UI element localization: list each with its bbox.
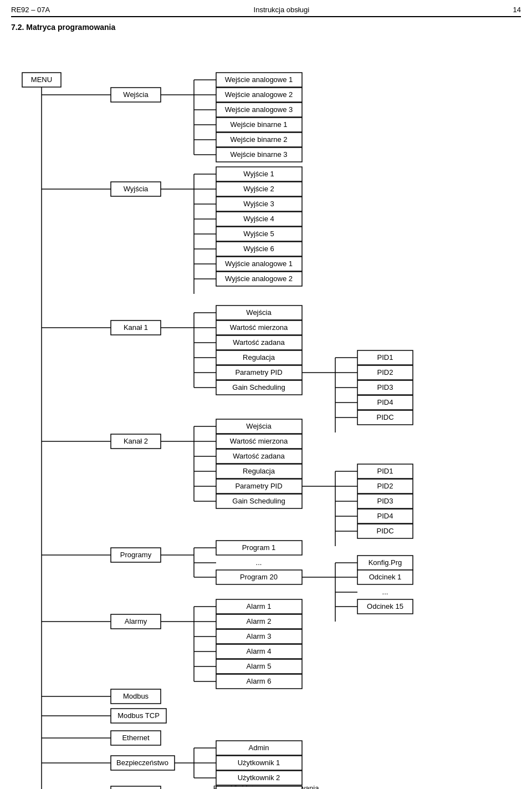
pid2-k1-node: PID2 (377, 368, 393, 376)
kanal2-node: Kanał 2 (124, 437, 148, 445)
diagram-container: .lbl { font-family: Arial, sans-serif; f… (11, 39, 521, 778)
alarm3-node: Alarm 3 (247, 632, 272, 640)
pid1-k2-node: PID1 (377, 467, 393, 475)
odcinek1-node: Odcinek 1 (369, 573, 402, 581)
k2-wartosc-zadana-node: Wartość zadana (233, 452, 285, 460)
wejscie-binarne1-node: Wejście binarne 1 (230, 120, 287, 129)
bezpieczenstwo-node: Bezpieczeństwo (116, 759, 168, 767)
k2-gain-scheduling-node: Gain Scheduling (232, 497, 285, 505)
k2-wartosc-mierzona-node: Wartość mierzona (230, 437, 288, 445)
page-number: 14 (513, 6, 521, 14)
wejscie-binarne2-node: Wejście binarne 2 (230, 135, 287, 144)
k1-parametry-pid-node: Parametry PID (235, 368, 282, 376)
wyjscia-main-node: Wyjścia (124, 185, 149, 193)
uzytkownik2-node: Użytkownik 2 (238, 773, 280, 782)
menu-node: MENU (31, 75, 52, 84)
kanal1-node: Kanał 1 (124, 323, 148, 332)
pid3-k1-node: PID3 (377, 383, 393, 391)
konfig-prg-node: Konfig.Prg (369, 558, 402, 567)
alarm1-node: Alarm 1 (247, 602, 272, 610)
alarm2-node: Alarm 2 (247, 617, 272, 625)
dots-odcinek-node: ... (382, 588, 388, 596)
k1-regulacja-node: Regulacja (243, 353, 275, 362)
pid4-k1-node: PID4 (377, 398, 393, 406)
pid4-k2-node: PID4 (377, 512, 393, 520)
wejscia-main-node: Wejścia (123, 90, 149, 99)
ethernet-node: Ethernet (122, 734, 150, 742)
program1-node: Program 1 (242, 543, 276, 552)
alarmy-node: Alarmy (125, 617, 147, 625)
alarm6-node: Alarm 6 (247, 677, 272, 685)
wejscie-binarne3-node: Wejście binarne 3 (230, 150, 287, 159)
alarm4-node: Alarm 4 (247, 647, 272, 655)
programy-node: Programy (120, 551, 152, 559)
wyjscie-analogowe2-node: Wyjście analogowe 2 (225, 274, 293, 283)
wyjscie5-node: Wyjście 5 (243, 230, 274, 238)
pid2-k2-node: PID2 (377, 482, 393, 490)
pidc-k1-node: PIDC (376, 413, 393, 421)
k1-gain-scheduling-node: Gain Scheduling (232, 383, 285, 391)
pidc-k2-node: PIDC (376, 527, 393, 535)
section-title: 7.2. Matryca programowania (11, 23, 521, 32)
k2-wejscia-node: Wejścia (246, 422, 272, 430)
alarm5-node: Alarm 5 (247, 662, 272, 670)
page-header: RE92 – 07A Instrukcja obsługi 14 (11, 6, 521, 17)
header-left: RE92 – 07A (11, 6, 50, 14)
k1-wartosc-mierzona-node: Wartość mierzona (230, 323, 288, 332)
wyjscie2-node: Wyjście 2 (243, 185, 274, 193)
wejscie-analogowe1-node: Wejście analogowe 1 (225, 75, 293, 84)
wyjscie1-node: Wyjście 1 (243, 170, 274, 178)
k1-wartosc-zadana-node: Wartość zadana (233, 338, 285, 347)
admin-node: Admin (249, 744, 269, 752)
pid1-k1-node: PID1 (377, 353, 393, 362)
k2-parametry-pid-node: Parametry PID (235, 482, 282, 490)
wyjscie6-node: Wyjście 6 (243, 245, 274, 253)
modbus-tcp-node: Modbus TCP (117, 711, 160, 720)
modbus-node: Modbus (123, 692, 149, 700)
k1-wejscia-node: Wejścia (246, 308, 272, 317)
program20-node: Program 20 (240, 573, 278, 581)
wejscie-analogowe3-node: Wejście analogowe 3 (225, 105, 293, 114)
wyjscie-analogowe1-node: Wyjście analogowe 1 (225, 259, 293, 268)
k2-regulacja-node: Regulacja (243, 467, 275, 475)
odcinek15-node: Odcinek 15 (367, 602, 403, 610)
dots-prog-node: ... (256, 558, 262, 567)
header-center: Instrukcja obsługi (254, 6, 309, 14)
uzytkownik1-node: Użytkownik 1 (238, 759, 280, 767)
wyjscie3-node: Wyjście 3 (243, 200, 274, 208)
wejscie-analogowe2-node: Wejście analogowe 2 (225, 90, 293, 99)
pid3-k2-node: PID3 (377, 497, 393, 505)
diagram-svg: .lbl { font-family: Arial, sans-serif; f… (17, 45, 526, 771)
wyjscie4-node: Wyjście 4 (243, 215, 274, 223)
